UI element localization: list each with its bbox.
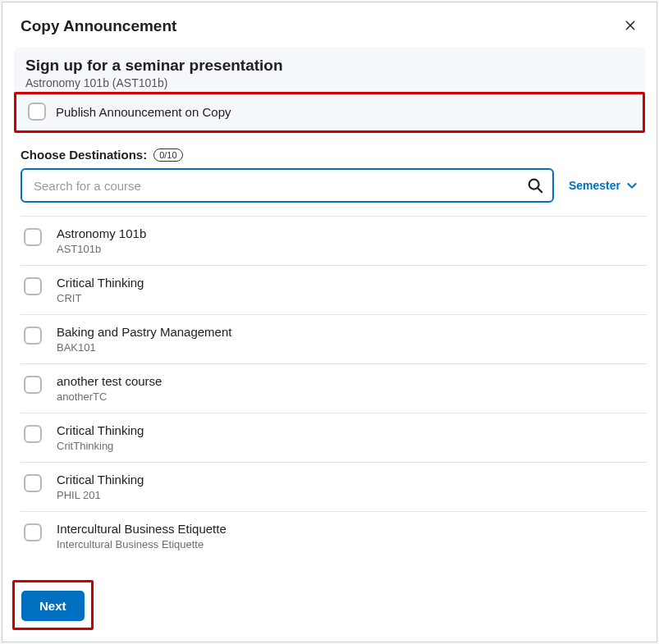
course-text: Critical ThinkingCritThinking: [57, 423, 144, 452]
dialog-footer: Next: [2, 580, 657, 642]
course-item: another test courseanotherTC: [21, 363, 647, 413]
course-code: anotherTC: [57, 391, 162, 403]
semester-filter-button[interactable]: Semester: [569, 179, 638, 192]
course-text: Baking and Pastry ManagementBAK101: [57, 325, 231, 354]
course-name: Baking and Pastry Management: [57, 325, 231, 339]
announcement-info-panel: Sign up for a seminar presentation Astro…: [14, 47, 645, 133]
course-item: Intercultural Business EtiquetteIntercul…: [21, 511, 647, 560]
search-icon: [526, 176, 544, 194]
choose-destinations-label: Choose Destinations:: [21, 148, 147, 162]
course-code: AST101b: [57, 243, 146, 255]
course-checkbox[interactable]: [24, 327, 42, 345]
copy-announcement-dialog: Copy Announcement Sign up for a seminar …: [2, 2, 657, 642]
course-checkbox[interactable]: [24, 228, 42, 246]
course-code: CRIT: [57, 292, 144, 304]
course-checkbox[interactable]: [24, 425, 42, 443]
course-code: Intercultural Business Etiquette: [57, 538, 227, 550]
announcement-subtitle: Astronomy 101b (AST101b): [25, 76, 634, 89]
course-checkbox[interactable]: [24, 523, 42, 541]
course-name: another test course: [57, 374, 162, 388]
course-name: Critical Thinking: [57, 423, 144, 437]
course-checkbox[interactable]: [24, 376, 42, 394]
close-button[interactable]: [620, 16, 640, 35]
course-name: Critical Thinking: [57, 473, 144, 486]
svg-line-3: [538, 188, 542, 192]
course-item: Critical ThinkingCRIT: [21, 265, 647, 314]
next-button[interactable]: Next: [21, 591, 85, 621]
chevron-down-icon: [625, 179, 638, 192]
course-text: Critical ThinkingPHIL 201: [57, 473, 144, 501]
course-checkbox[interactable]: [24, 474, 42, 492]
publish-on-copy-checkbox[interactable]: [28, 103, 46, 121]
course-text: Critical ThinkingCRIT: [57, 276, 144, 304]
course-text: another test courseanotherTC: [57, 374, 162, 403]
course-name: Astronomy 101b: [57, 226, 146, 240]
semester-filter-label: Semester: [569, 179, 620, 192]
course-item: Critical ThinkingCritThinking: [21, 413, 647, 462]
announcement-title: Sign up for a seminar presentation: [25, 57, 634, 75]
destinations-count-badge: 0/10: [153, 148, 182, 162]
course-code: CritThinking: [57, 440, 144, 452]
course-checkbox[interactable]: [24, 277, 42, 295]
publish-on-copy-row: Publish Announcement on Copy: [14, 92, 645, 133]
course-name: Intercultural Business Etiquette: [57, 522, 227, 536]
course-item: Astronomy 101bAST101b: [21, 216, 647, 265]
course-text: Astronomy 101bAST101b: [57, 226, 146, 255]
course-list[interactable]: Astronomy 101bAST101bCritical ThinkingCR…: [21, 212, 653, 580]
dialog-header: Copy Announcement: [2, 2, 657, 35]
publish-on-copy-label: Publish Announcement on Copy: [56, 105, 231, 119]
search-input[interactable]: [34, 179, 526, 193]
course-code: BAK101: [57, 341, 231, 354]
search-row: Semester: [21, 168, 638, 203]
course-code: PHIL 201: [57, 489, 144, 501]
search-box[interactable]: [21, 168, 554, 203]
next-button-highlight: Next: [12, 580, 94, 630]
dialog-title: Copy Announcement: [21, 17, 638, 35]
close-icon: [624, 19, 637, 32]
choose-destinations-row: Choose Destinations: 0/10: [21, 148, 638, 162]
course-name: Critical Thinking: [57, 276, 144, 290]
course-item: Critical ThinkingPHIL 201: [21, 462, 647, 511]
course-text: Intercultural Business EtiquetteIntercul…: [57, 522, 227, 550]
course-item: Baking and Pastry ManagementBAK101: [21, 314, 647, 363]
